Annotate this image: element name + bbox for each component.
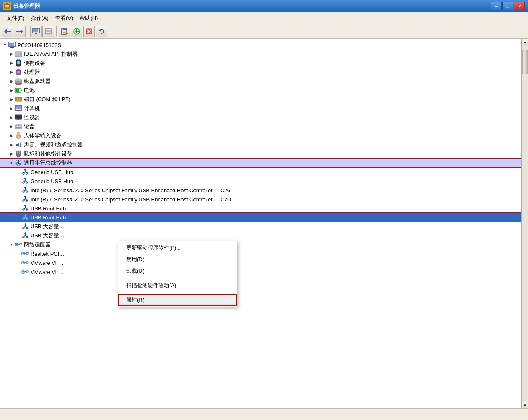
usb-root1-icon xyxy=(21,205,29,212)
back-button[interactable] xyxy=(2,26,13,37)
list-button[interactable] xyxy=(42,26,54,37)
svg-rect-10 xyxy=(34,34,38,34)
usb-ctrl-icon xyxy=(15,159,22,167)
expand-disk[interactable]: ▶ xyxy=(8,78,15,85)
svg-rect-31 xyxy=(10,47,14,48)
tree-item-realtek[interactable]: Realtek PCI… xyxy=(0,249,521,258)
tree-root[interactable]: ▼ PC20140915103S xyxy=(0,40,521,50)
tree-item-intel-usb1[interactable]: Intel(R) 6 Series/C200 Series Chipset Fa… xyxy=(0,186,521,195)
menu-file[interactable]: 文件(F) xyxy=(3,13,28,23)
svg-text:✓: ✓ xyxy=(66,32,68,35)
vmware1-label: VMware Vir… xyxy=(31,260,64,266)
expand-usb-ctrl[interactable]: ▼ xyxy=(8,160,15,166)
tree-item-hid[interactable]: ▶ 人体学输入设备 xyxy=(0,131,521,140)
tree-item-ide[interactable]: ▶ IDE ATA/ATAPI 控制器 xyxy=(0,50,521,59)
expand-keyboard[interactable]: ▶ xyxy=(8,123,15,130)
expand-ide[interactable]: ▶ xyxy=(8,51,15,57)
computer-button[interactable] xyxy=(30,26,42,37)
expand-port[interactable]: ▶ xyxy=(8,96,15,103)
forward-button[interactable] xyxy=(14,26,26,37)
hid-icon xyxy=(15,132,22,139)
menu-action[interactable]: 操作(A) xyxy=(28,13,52,23)
close-button[interactable]: ✕ xyxy=(514,2,525,10)
context-menu-properties[interactable]: 属性(R) xyxy=(118,294,237,306)
tree-item-generic-hub2[interactable]: Generic USB Hub xyxy=(0,177,521,186)
expand-computer[interactable]: ▶ xyxy=(8,105,15,112)
tree-item-usb-mass2[interactable]: USB 大容量… xyxy=(0,231,521,240)
tree-item-vmware2[interactable]: VMware Vir… xyxy=(0,267,521,276)
svg-line-125 xyxy=(24,253,26,254)
svg-point-60 xyxy=(16,99,17,100)
tree-item-intel-usb2[interactable]: Intel(R) 6 Series/C200 Series Chipset Fa… xyxy=(0,195,521,204)
scroll-up-button[interactable]: ▲ xyxy=(522,39,528,45)
tree-item-usb-root2[interactable]: USB Root Hub xyxy=(0,213,521,222)
vmware1-icon xyxy=(21,259,29,267)
expand-mouse[interactable]: ▶ xyxy=(8,151,15,157)
svg-rect-66 xyxy=(16,111,21,111)
tree-item-usb-ctrl[interactable]: ▼ 通用串行总线控制器 xyxy=(0,158,521,168)
tree-item-generic-hub1[interactable]: Generic USB Hub xyxy=(0,168,521,177)
tree-item-cpu[interactable]: ▶ xyxy=(0,68,521,77)
context-menu-scan[interactable]: 扫描检测硬件改动(A) xyxy=(118,280,237,291)
device-tree[interactable]: ▼ PC20140915103S ▶ xyxy=(0,39,521,408)
monitor-label: 监视器 xyxy=(24,114,40,121)
tree-item-disk[interactable]: ▶ 磁盘驱动器 xyxy=(0,77,521,86)
tree-item-port[interactable]: ▶ 端口 (COM 和 LPT) xyxy=(0,95,521,104)
expand-battery[interactable]: ▶ xyxy=(8,87,15,94)
usb-mass1-label: USB 大容量… xyxy=(31,223,64,230)
tree-item-usb-mass1[interactable]: USB 大容量… xyxy=(0,222,521,231)
tree-item-usb-root1[interactable]: USB Root Hub xyxy=(0,204,521,213)
svg-rect-18 xyxy=(63,32,65,33)
tree-item-mouse[interactable]: ▶ 鼠标和其他指针设备 xyxy=(0,149,521,158)
expand-portable[interactable]: ▶ xyxy=(8,60,15,66)
expand-hid[interactable]: ▶ xyxy=(8,132,15,139)
tree-item-keyboard[interactable]: ▶ 键盘 xyxy=(0,122,521,131)
minimize-button[interactable]: ─ xyxy=(491,2,502,10)
svg-point-134 xyxy=(23,271,24,273)
tree-item-monitor[interactable]: ▶ 监视器 xyxy=(0,113,521,122)
expand-monitor[interactable]: ▶ xyxy=(8,114,15,121)
svg-point-122 xyxy=(16,244,17,245)
scroll-down-button[interactable]: ▼ xyxy=(522,402,528,408)
svg-rect-68 xyxy=(16,116,21,118)
expand-sound[interactable]: ▶ xyxy=(8,142,15,148)
menu-help[interactable]: 帮助(H) xyxy=(76,13,101,23)
refresh-button[interactable] xyxy=(96,26,107,37)
expand-cpu[interactable]: ▶ xyxy=(8,69,15,76)
svg-rect-56 xyxy=(16,89,19,92)
expand-network[interactable]: ▼ xyxy=(8,241,15,248)
svg-marker-78 xyxy=(16,142,19,148)
tree-item-battery[interactable]: ▶ 电池 xyxy=(0,86,521,95)
context-menu-disable[interactable]: 禁用(D) xyxy=(118,254,237,265)
svg-rect-72 xyxy=(16,125,17,126)
cpu-icon xyxy=(15,68,22,76)
tree-item-computer[interactable]: ▶ 计算机 xyxy=(0,104,521,113)
sound-label: 声音、视频和游戏控制器 xyxy=(24,141,83,149)
scrollbar[interactable]: ▲ ▼ xyxy=(521,39,528,408)
tree-item-network[interactable]: ▼ 网络适配器 xyxy=(0,240,521,249)
toolbar: ✓ xyxy=(0,24,528,39)
add-button[interactable] xyxy=(71,26,82,37)
tree-item-sound[interactable]: ▶ 声音、视频和游戏控制器 xyxy=(0,140,521,149)
svg-rect-29 xyxy=(9,43,14,46)
scrollbar-track[interactable] xyxy=(522,45,528,402)
svg-rect-132 xyxy=(26,271,28,272)
usb-ctrl-label: 通用串行总线控制器 xyxy=(24,159,72,167)
menu-view[interactable]: 查看(V) xyxy=(52,13,76,23)
battery-icon xyxy=(15,87,22,94)
sound-icon xyxy=(15,141,22,149)
computer-icon xyxy=(8,41,16,49)
tree-item-portable[interactable]: ▶ 便携设备 xyxy=(0,59,521,68)
context-menu-update-driver[interactable]: 更新驱动程序软件(P)... xyxy=(118,242,237,254)
network-icon xyxy=(15,241,22,248)
remove-button[interactable] xyxy=(83,26,95,37)
portable-icon xyxy=(15,59,22,67)
toolbar-sep-2 xyxy=(56,26,57,36)
properties-button[interactable]: ✓ xyxy=(59,26,70,37)
svg-rect-12 xyxy=(46,29,51,33)
context-menu-uninstall[interactable]: 卸载(U) xyxy=(118,265,237,277)
expand-root[interactable]: ▼ xyxy=(2,42,8,48)
scrollbar-thumb[interactable] xyxy=(522,50,528,74)
tree-item-vmware1[interactable]: VMware Vir… xyxy=(0,258,521,267)
maximize-button[interactable]: □ xyxy=(502,2,513,10)
